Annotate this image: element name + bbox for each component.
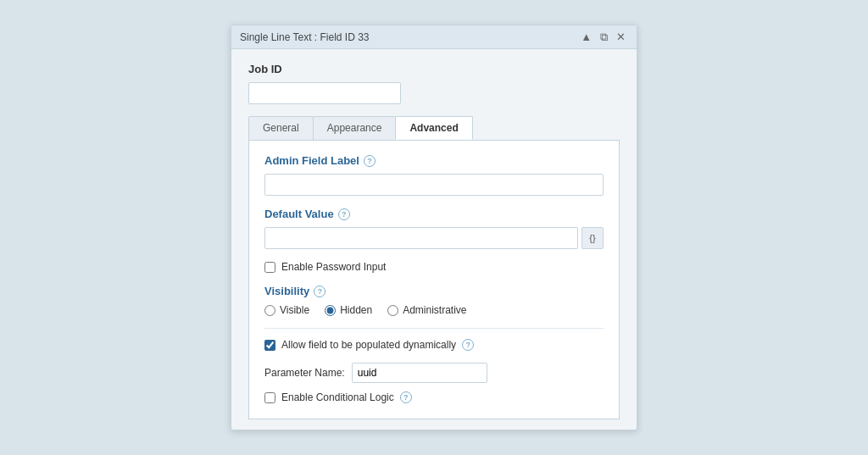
default-value-row: {} (264, 227, 604, 249)
dialog-controls: ▲ ⧉ ✕ (578, 31, 628, 43)
visibility-visible-radio[interactable] (264, 305, 275, 316)
merge-tag-button[interactable]: {} (581, 227, 604, 249)
enable-password-checkbox[interactable] (264, 262, 275, 273)
visibility-hidden-radio[interactable] (325, 305, 336, 316)
main-field-input[interactable] (248, 82, 401, 104)
conditional-logic-checkbox[interactable] (264, 392, 275, 403)
visibility-administrative-option[interactable]: Administrative (387, 304, 466, 316)
parameter-name-input[interactable] (352, 363, 487, 383)
visibility-help-icon[interactable]: ? (314, 286, 326, 297)
visibility-hidden-option[interactable]: Hidden (325, 304, 372, 316)
admin-field-label-input[interactable] (264, 174, 604, 196)
admin-field-label-help-icon[interactable]: ? (364, 155, 376, 167)
conditional-logic-label: Enable Conditional Logic (281, 391, 394, 403)
conditional-logic-help-icon[interactable]: ? (400, 391, 412, 403)
visibility-visible-option[interactable]: Visible (264, 304, 309, 316)
close-button[interactable]: ✕ (614, 31, 628, 43)
visibility-radio-group: Visible Hidden Administrative (264, 304, 604, 316)
allow-populate-checkbox[interactable] (264, 340, 275, 351)
admin-field-label-heading: Admin Field Label ? (264, 154, 604, 167)
tabs-row: General Appearance Advanced (248, 116, 620, 141)
allow-populate-help-icon[interactable]: ? (462, 339, 474, 351)
dialog-title: Single Line Text : Field ID 33 (240, 31, 370, 43)
dialog-body: Job ID General Appearance Advanced Admin… (231, 49, 637, 430)
default-value-input[interactable] (264, 227, 578, 249)
dialog-titlebar: Single Line Text : Field ID 33 ▲ ⧉ ✕ (231, 25, 637, 49)
minimize-button[interactable]: ▲ (578, 31, 594, 43)
default-value-help-icon[interactable]: ? (338, 208, 350, 220)
main-field-label: Job ID (248, 63, 620, 75)
parameter-name-label: Parameter Name: (264, 367, 345, 379)
tab-advanced[interactable]: Advanced (395, 116, 472, 140)
tab-general[interactable]: General (248, 116, 314, 140)
tab-appearance[interactable]: Appearance (313, 116, 397, 140)
allow-populate-label: Allow field to be populated dynamically (281, 339, 456, 351)
visibility-administrative-radio[interactable] (387, 305, 398, 316)
enable-password-row: Enable Password Input (264, 261, 604, 273)
visibility-heading: Visibility ? (264, 285, 604, 297)
conditional-logic-row: Enable Conditional Logic ? (264, 391, 604, 403)
dialog-window: Single Line Text : Field ID 33 ▲ ⧉ ✕ Job… (231, 25, 637, 430)
restore-button[interactable]: ⧉ (598, 31, 610, 43)
default-value-heading: Default Value ? (264, 208, 604, 220)
parameter-name-row: Parameter Name: (264, 363, 604, 383)
enable-password-label: Enable Password Input (281, 261, 386, 273)
tab-content-advanced: Admin Field Label ? Default Value ? {} E… (248, 141, 620, 419)
section-divider (264, 328, 604, 329)
allow-populate-row: Allow field to be populated dynamically … (264, 339, 604, 351)
